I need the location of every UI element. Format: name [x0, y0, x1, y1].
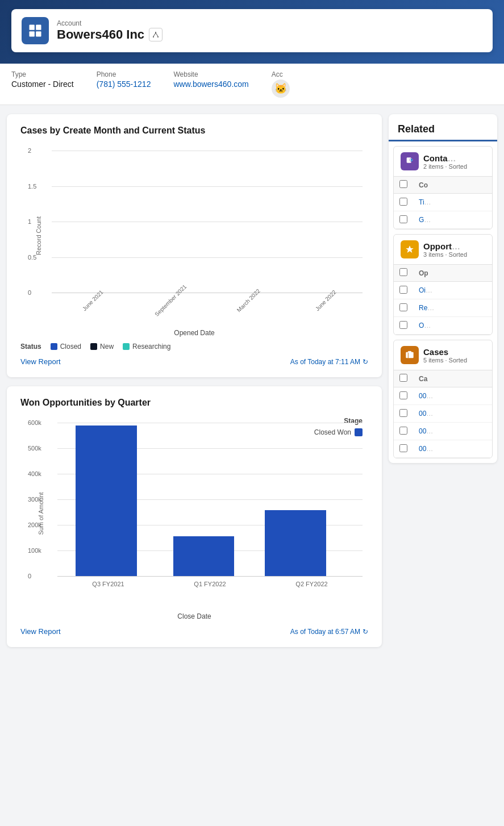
left-column: Cases by Create Month and Current Status…	[7, 114, 382, 647]
contact-2-check[interactable]	[399, 215, 407, 223]
meta-phone: Phone (781) 555-1212	[97, 70, 151, 98]
won-chart-title: Won Opportunities by Quarter	[20, 398, 368, 408]
opp-row-2: Re…	[394, 299, 492, 317]
account-header: Account Bowers460 Inc	[0, 0, 504, 64]
y-label-0-5: 0.5	[28, 254, 36, 261]
svg-line-8	[156, 33, 158, 36]
cases-name-col: Ca	[413, 370, 492, 387]
won-chart-footer: View Report As of Today at 6:57 AM ↻	[20, 627, 368, 636]
y-label-400k: 400k	[28, 470, 41, 477]
case-1-name[interactable]: 00…	[413, 387, 492, 405]
cases-chart-area: Record Count 2 1.5 1 0.5	[20, 145, 368, 327]
case-row-1: 00…	[394, 387, 492, 405]
case-row-3: 00…	[394, 423, 492, 440]
contacts-header: 👤 Conta… 2 items · Sorted	[394, 147, 492, 177]
grid-line-2	[52, 151, 363, 151]
svg-rect-15	[408, 351, 411, 353]
case-4-check[interactable]	[399, 444, 407, 452]
contact-1-check[interactable]	[399, 198, 407, 206]
account-title-group: Account Bowers460 Inc	[57, 19, 482, 42]
case-3-num	[394, 423, 413, 440]
account-name: Bowers460 Inc	[57, 27, 482, 42]
contact-2-name[interactable]: G…	[413, 211, 492, 229]
won-as-of: As of Today at 6:57 AM ↻	[290, 628, 368, 636]
contacts-title: Conta…	[423, 153, 467, 163]
contacts-icon: 👤	[401, 152, 419, 170]
legend-new: New	[90, 343, 114, 351]
won-grid-area: 600k 500k 400k 300k 200k 100k	[57, 423, 363, 576]
svg-point-6	[157, 36, 159, 37]
svg-text:👤: 👤	[410, 158, 413, 161]
cases-view-report[interactable]: View Report	[20, 357, 61, 366]
opportunities-subtitle: 3 items · Sorted	[423, 251, 467, 258]
cases-chart-card: Cases by Create Month and Current Status…	[7, 114, 382, 377]
cases-x-axis-title: Opened Date	[20, 329, 368, 337]
y-label-100k: 100k	[28, 547, 41, 554]
cases-title-group: Cases 5 items · Sorted	[423, 347, 467, 364]
legend-dot-closed	[51, 343, 57, 350]
bar-q1-fy2022	[173, 536, 234, 576]
grid-line-1	[52, 222, 363, 222]
case-row-2: 00…	[394, 405, 492, 423]
svg-rect-0	[30, 25, 35, 30]
grid-600k	[57, 423, 363, 423]
related-panel: Related 👤 Conta… 2 items · Sorted	[389, 114, 497, 463]
won-view-report[interactable]: View Report	[20, 627, 61, 636]
opp-select-all[interactable]	[399, 268, 407, 276]
contacts-name-col: Co	[413, 177, 492, 194]
x-label-q2-fy2022: Q2 FY2022	[261, 581, 363, 587]
contacts-select-all[interactable]	[399, 180, 407, 188]
cases-y-axis-title: Record Count	[35, 216, 42, 255]
related-header: Related	[389, 114, 497, 141]
opp-3-name[interactable]: O…	[413, 317, 492, 335]
grid-line-0-5	[52, 257, 363, 258]
account-icon	[22, 17, 49, 44]
opp-1-name[interactable]: Oi…	[413, 282, 492, 299]
case-3-check[interactable]	[399, 427, 407, 435]
account-avatar: 🐱	[272, 80, 290, 98]
case-1-check[interactable]	[399, 391, 407, 399]
opp-2-name[interactable]: Re…	[413, 299, 492, 317]
svg-rect-1	[36, 25, 41, 30]
legend-closed: Closed	[51, 343, 81, 351]
cases-header: Cases 5 items · Sorted	[394, 340, 492, 370]
x-label-q3-fy2021: Q3 FY2021	[57, 581, 159, 587]
bar-q3-fy2021	[76, 425, 136, 576]
opp-3-check[interactable]	[399, 321, 407, 329]
opp-1-num	[394, 282, 413, 299]
opp-1-check[interactable]	[399, 286, 407, 294]
account-label: Account	[57, 19, 482, 27]
account-header-inner: Account Bowers460 Inc	[11, 9, 493, 52]
case-2-name[interactable]: 00…	[413, 405, 492, 423]
grid-line-1-5	[52, 186, 363, 187]
hierarchy-button[interactable]	[149, 28, 163, 41]
case-4-num	[394, 440, 413, 458]
won-chart-card: Won Opportunities by Quarter Sum of Amou…	[7, 386, 382, 647]
y-label-1-5: 1.5	[28, 183, 36, 190]
opp-check-col	[394, 265, 413, 282]
opp-name-col: Op	[413, 265, 492, 282]
opp-row-3: O…	[394, 317, 492, 335]
cases-select-all[interactable]	[399, 374, 407, 382]
opp-2-check[interactable]	[399, 303, 407, 311]
contact-1-name[interactable]: Ti…	[413, 194, 492, 211]
case-4-name[interactable]: 00…	[413, 440, 492, 458]
won-refresh-icon[interactable]: ↻	[363, 628, 368, 636]
opportunities-table: Op Oi… Re… O…	[394, 265, 492, 335]
y-label-500k: 500k	[28, 445, 41, 452]
contact-row-2: G…	[394, 211, 492, 229]
case-1-num	[394, 387, 413, 405]
cases-refresh-icon[interactable]: ↻	[363, 358, 368, 366]
case-2-check[interactable]	[399, 409, 407, 417]
contacts-title-group: Conta… 2 items · Sorted	[423, 153, 467, 170]
main-layout: Cases by Create Month and Current Status…	[0, 105, 504, 656]
opp-row-1: Oi…	[394, 282, 492, 299]
case-3-name[interactable]: 00…	[413, 423, 492, 440]
y-label-1: 1	[28, 218, 31, 225]
x-label-q1-fy2022: Q1 FY2022	[159, 581, 261, 587]
y-label-600k: 600k	[28, 419, 41, 426]
opp-2-num	[394, 299, 413, 317]
legend-dot-researching	[123, 343, 130, 350]
svg-point-5	[153, 36, 154, 37]
won-chart-area: Sum of Amount Stage Closed Won 600k 500k	[20, 417, 368, 610]
